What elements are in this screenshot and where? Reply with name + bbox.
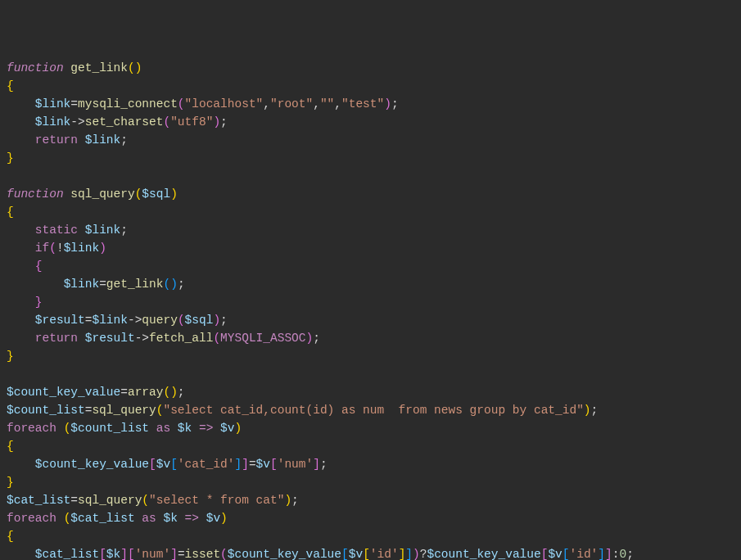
token-op: = (99, 278, 106, 291)
token-punct: ; (591, 404, 599, 417)
token-punct: -> (70, 115, 84, 129)
token-punct: ; (178, 386, 185, 399)
token-punct: ; (220, 115, 228, 129)
token-kw: foreach (7, 512, 56, 525)
token-var: $k (163, 512, 177, 525)
token-kw: if (35, 242, 49, 255)
code-line: $count_key_value=array(); (7, 383, 734, 401)
token-punct: -> (135, 332, 149, 345)
token-punct: ; (391, 97, 399, 111)
token-paren3: ] (405, 548, 413, 560)
token-punct: -> (128, 314, 142, 327)
token-punct (192, 422, 199, 435)
token-paren2: ) (213, 115, 220, 129)
code-line: } (7, 347, 734, 365)
token-var: $sql (142, 187, 170, 201)
token-paren3: [ (563, 548, 570, 560)
token-var: $count_key_value (35, 458, 149, 471)
token-op: = (178, 548, 185, 560)
token-paren3: () (163, 278, 177, 291)
token-fn-call: array (128, 386, 164, 399)
token-var: $count_list (70, 422, 149, 435)
token-str: "test" (341, 97, 384, 111)
token-var: $result (85, 332, 135, 345)
token-var: $link (92, 314, 128, 327)
token-op: = (120, 386, 128, 399)
token-punct: ; (313, 332, 320, 345)
code-line: foreach ($cat_list as $k => $v) (7, 509, 734, 527)
token-punct (7, 314, 35, 327)
token-var: $v (220, 422, 234, 435)
token-punct: ; (220, 314, 228, 327)
token-brace: { (7, 205, 14, 219)
token-brace2: } (35, 296, 43, 309)
token-punct (149, 422, 156, 435)
token-paren: ) (234, 422, 242, 435)
token-brace: } (7, 476, 14, 489)
code-line: } (7, 473, 734, 491)
token-fn-call: sql_query (78, 494, 142, 507)
token-const: MYSQLI_ASSOC (220, 332, 305, 345)
token-paren2: ] (605, 548, 612, 560)
code-line: { (7, 77, 734, 95)
token-num: 0 (619, 548, 626, 560)
token-paren3: ] (234, 458, 242, 471)
token-fn-name: get_link (70, 61, 128, 75)
code-line: if(!$link) (7, 239, 734, 257)
token-kw: as (156, 422, 170, 435)
token-str: "localhost" (185, 97, 264, 111)
token-kw-ctrl: function (7, 61, 64, 75)
token-var: $count_key_value (427, 548, 540, 560)
token-punct (7, 548, 35, 560)
token-paren: () (128, 61, 142, 75)
token-punct (7, 458, 35, 471)
token-brace: { (7, 530, 14, 543)
code-line: $cat_list=sql_query("select * from cat")… (7, 491, 734, 509)
token-punct (7, 97, 35, 111)
token-fn-call: query (142, 314, 178, 327)
token-var: $k (106, 548, 120, 560)
token-punct (7, 332, 35, 345)
token-var: $k (178, 422, 192, 435)
token-op: = (70, 97, 78, 111)
code-line: $result=$link->query($sql); (7, 311, 734, 329)
token-var: $v (548, 548, 562, 560)
token-str: 'cat_id' (178, 458, 235, 471)
code-line: return $link; (7, 131, 734, 149)
token-paren2: ] (120, 548, 128, 560)
token-var: $v (156, 458, 170, 471)
token-punct: ; (120, 224, 128, 237)
code-line: return $result->fetch_all(MYSQLI_ASSOC); (7, 329, 734, 347)
token-punct (78, 332, 85, 345)
token-fn-name: sql_query (70, 187, 134, 201)
token-var: $count_key_value (7, 386, 120, 399)
token-paren2: ( (178, 97, 185, 111)
token-punct (7, 133, 35, 147)
token-kw: return (35, 133, 78, 147)
token-paren2: [ (99, 548, 106, 560)
token-paren: ) (584, 404, 591, 417)
token-var: $count_key_value (228, 548, 341, 560)
token-paren2: ) (413, 548, 420, 560)
token-str: "select * from cat" (149, 494, 284, 507)
token-paren2: ) (306, 332, 314, 345)
token-kw: static (35, 224, 78, 237)
token-fn-call: fetch_all (149, 332, 213, 345)
token-brace: { (7, 440, 14, 453)
token-var: $link (85, 133, 121, 147)
token-punct (213, 422, 220, 435)
token-var: $cat_list (7, 494, 70, 507)
token-str: 'num' (278, 458, 314, 471)
code-line: function sql_query($sql) (7, 185, 734, 203)
token-var: $v (349, 548, 363, 560)
token-brace2: { (35, 260, 43, 273)
token-var: $cat_list (35, 548, 99, 560)
token-var: $link (64, 242, 100, 255)
token-punct: ! (56, 242, 64, 255)
code-line (7, 167, 734, 185)
token-paren2: [ (128, 548, 135, 560)
code-line: { (7, 257, 734, 275)
token-paren: ) (284, 494, 291, 507)
token-var: $count_list (7, 404, 85, 417)
token-punct (199, 512, 206, 525)
